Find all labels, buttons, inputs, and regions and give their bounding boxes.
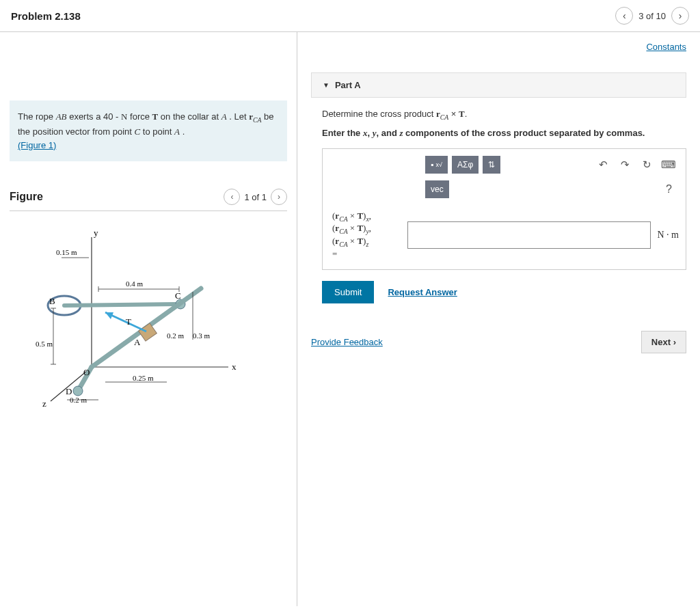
problem-nav: ‹ 3 of 10 › — [615, 7, 689, 25]
provide-feedback-link[interactable]: Provide Feedback — [311, 337, 383, 347]
prev-figure-button[interactable]: ‹ — [224, 189, 240, 205]
svg-text:T: T — [126, 316, 131, 327]
svg-text:0.25 m: 0.25 m — [133, 374, 154, 382]
chevron-right-icon: › — [673, 337, 676, 347]
svg-rect-16 — [139, 323, 157, 341]
problem-title: Problem 2.138 — [11, 10, 81, 22]
svg-line-8 — [64, 304, 180, 306]
svg-text:z: z — [42, 398, 46, 408]
next-problem-button[interactable]: › — [671, 7, 689, 25]
problem-statement: The rope AB exerts a 40 - N force T on t… — [10, 100, 287, 161]
caret-down-icon: ▼ — [323, 81, 329, 89]
svg-text:B: B — [49, 296, 55, 306]
figure-position: 1 of 1 — [244, 192, 267, 202]
figure-link[interactable]: (Figure 1) — [18, 140, 56, 150]
reset-button[interactable]: ↻ — [638, 157, 656, 173]
part-a-title: Part A — [335, 80, 361, 90]
figure-nav: ‹ 1 of 1 › — [224, 189, 287, 205]
part-a-instruction: Enter the x, y, and z components of the … — [322, 128, 686, 139]
submit-button[interactable]: Submit — [322, 281, 374, 303]
prev-problem-button[interactable]: ‹ — [615, 7, 633, 25]
undo-button[interactable]: ↶ — [594, 157, 612, 173]
greek-tool-button[interactable]: ΑΣφ — [452, 156, 479, 174]
svg-text:0.3 m: 0.3 m — [193, 331, 211, 340]
svg-text:D: D — [66, 386, 72, 396]
updown-icon: ⇅ — [488, 160, 495, 169]
figure-title: Figure — [10, 191, 43, 203]
keyboard-button[interactable]: ⌨ — [660, 157, 677, 173]
svg-text:0.4 m: 0.4 m — [126, 280, 144, 288]
answer-unit: N · m — [658, 230, 682, 241]
svg-text:A: A — [134, 337, 141, 347]
answer-input[interactable] — [407, 221, 651, 249]
redo-button[interactable]: ↷ — [616, 157, 634, 173]
template-tool-button[interactable]: ▪ x√ — [425, 156, 448, 174]
answer-box: ▪ x√ ΑΣφ ⇅ ↶ ↷ ↻ ⌨ vec ? — [322, 148, 686, 271]
figure-diagram: y x z B C D O — [10, 211, 287, 410]
svg-text:y: y — [94, 228, 98, 238]
svg-text:x: x — [232, 362, 237, 372]
constants-link[interactable]: Constants — [646, 42, 686, 52]
problem-position: 3 of 10 — [638, 11, 666, 21]
svg-text:0.2 m: 0.2 m — [167, 331, 185, 340]
part-a-header[interactable]: ▼ Part A — [311, 72, 686, 98]
part-a-prompt: Determine the cross product rCA × T. — [322, 109, 686, 121]
answer-lhs: (rCA × T)x, (rCA × T)y, (rCA × T)z = — [332, 211, 401, 260]
next-button[interactable]: Next › — [641, 331, 686, 353]
fraction-icon: ▪ — [431, 160, 433, 169]
svg-text:0.5 m: 0.5 m — [36, 340, 53, 348]
updown-tool-button[interactable]: ⇅ — [483, 156, 500, 174]
svg-text:C: C — [175, 290, 181, 301]
svg-point-13 — [73, 386, 83, 396]
help-button[interactable]: ? — [666, 183, 677, 195]
request-answer-link[interactable]: Request Answer — [388, 287, 457, 297]
svg-text:O: O — [83, 367, 90, 377]
vec-tool-button[interactable]: vec — [425, 180, 449, 198]
svg-text:0.15 m: 0.15 m — [56, 248, 77, 256]
next-figure-button[interactable]: › — [271, 189, 287, 205]
